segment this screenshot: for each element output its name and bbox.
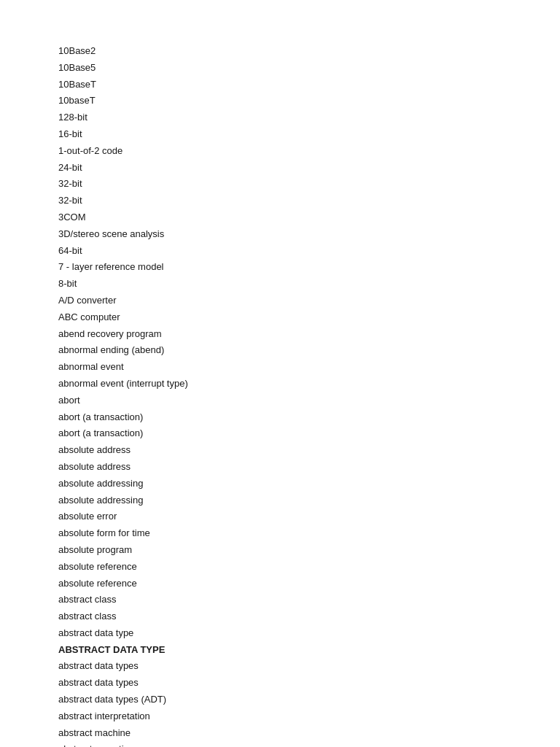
list-item: absolute program bbox=[58, 543, 502, 558]
list-item: abnormal ending (abend) bbox=[58, 343, 502, 358]
list-item: abort (a transaction) bbox=[58, 410, 502, 425]
list-item: absolute address bbox=[58, 460, 502, 475]
list-item: abstract data types (ADT) bbox=[58, 692, 502, 708]
list-item: abstract data types bbox=[58, 676, 502, 691]
list-item: abend recovery program bbox=[58, 327, 502, 342]
list-item: 10baseT bbox=[58, 93, 502, 109]
list-item: abort bbox=[58, 393, 502, 409]
list-item: 8-bit bbox=[58, 276, 502, 292]
list-item: absolute addressing bbox=[58, 476, 502, 492]
list-item: 64-bit bbox=[58, 244, 502, 259]
list-item: 24-bit bbox=[58, 160, 502, 176]
list-item: absolute error bbox=[58, 509, 502, 525]
list-item: 128-bit bbox=[58, 110, 502, 125]
list-item: absolute addressing bbox=[58, 493, 502, 508]
list-item: ABC computer bbox=[58, 310, 502, 325]
list-item: ABSTRACT DATA TYPE bbox=[58, 643, 502, 658]
list-item: abstract data type bbox=[58, 626, 502, 641]
list-item: 32-bit bbox=[58, 193, 502, 209]
list-item: abstract machine bbox=[58, 726, 502, 741]
list-item: absolute address bbox=[58, 443, 502, 458]
list-item: A/D converter bbox=[58, 293, 502, 309]
list-item: abnormal event (interrupt type) bbox=[58, 376, 502, 392]
list-item: abstract data types bbox=[58, 659, 502, 674]
term-list: 10Base210Base510BaseT10baseT128-bit16-bi… bbox=[58, 44, 502, 747]
list-item: absolute reference bbox=[58, 560, 502, 575]
list-item: abstract class bbox=[58, 592, 502, 608]
list-item: absolute form for time bbox=[58, 526, 502, 541]
list-item: 10Base2 bbox=[58, 44, 502, 59]
list-item: 10Base5 bbox=[58, 61, 502, 76]
list-item: 3D/stereo scene analysis bbox=[58, 227, 502, 242]
list-item: 1-out-of-2 code bbox=[58, 144, 502, 159]
list-item: absolute reference bbox=[58, 576, 502, 592]
list-item: 32-bit bbox=[58, 177, 502, 192]
list-item: abstract operation bbox=[58, 742, 502, 747]
list-item: 3COM bbox=[58, 210, 502, 225]
list-item: 10BaseT bbox=[58, 77, 502, 93]
list-item: 16-bit bbox=[58, 127, 502, 142]
list-item: abstract interpretation bbox=[58, 709, 502, 724]
list-item: abnormal event bbox=[58, 360, 502, 375]
list-item: abort (a transaction) bbox=[58, 426, 502, 441]
list-item: 7 - layer reference model bbox=[58, 260, 502, 275]
list-item: abstract class bbox=[58, 609, 502, 624]
